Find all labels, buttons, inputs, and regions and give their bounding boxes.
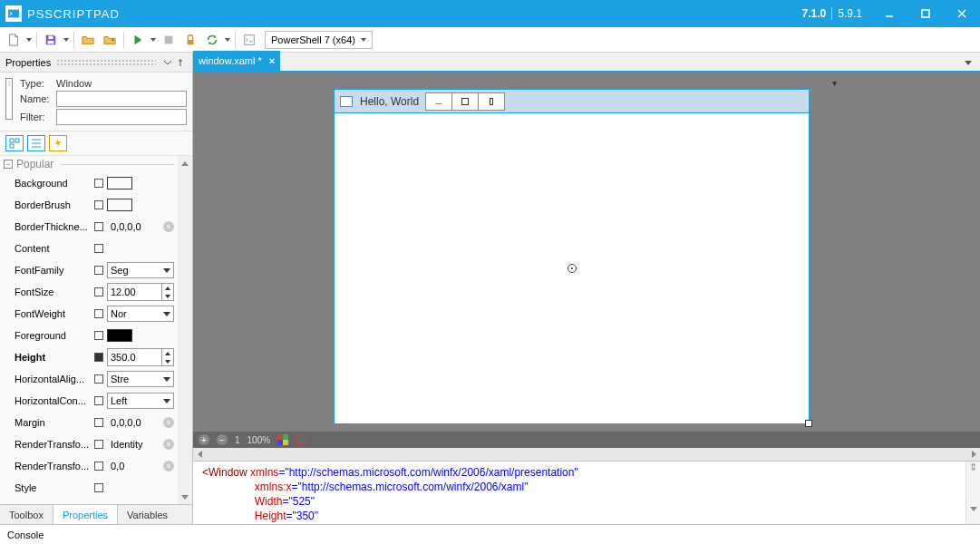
property-value[interactable] [107, 199, 174, 211]
property-name: FontSize [15, 287, 91, 297]
property-name: Foreground [15, 330, 91, 341]
save-dropdown[interactable] [63, 30, 70, 50]
hscroll-left[interactable] [193, 448, 206, 461]
tabs-overflow-button[interactable] [960, 54, 976, 71]
designer-hscrollbar[interactable] [193, 448, 980, 461]
scroll-up[interactable] [178, 156, 192, 170]
refresh-button[interactable] [202, 30, 222, 50]
design-close-button[interactable] [478, 92, 505, 111]
property-row: FontFamilySeg [0, 259, 178, 281]
run-button[interactable] [128, 30, 148, 50]
stop-button[interactable] [159, 30, 179, 50]
property-value[interactable]: Stre [107, 371, 174, 387]
pin-icon[interactable] [174, 56, 187, 69]
document-tab[interactable]: window.xaml * × [193, 51, 280, 71]
property-marker[interactable] [94, 396, 103, 405]
hscroll-right[interactable] [967, 448, 980, 461]
zoom-in-button[interactable]: + [199, 434, 209, 445]
reset-button[interactable]: × [163, 461, 174, 471]
svg-rect-12 [10, 144, 14, 148]
property-value[interactable]: 12.00 [107, 283, 174, 301]
svg-rect-7 [165, 35, 173, 44]
new-file-dropdown[interactable] [25, 30, 33, 50]
property-marker[interactable] [94, 374, 103, 384]
lock-icon[interactable] [180, 30, 200, 50]
close-tab-icon[interactable]: × [269, 55, 275, 66]
property-marker[interactable] [94, 200, 103, 209]
console-label: Console [7, 529, 44, 540]
export-button[interactable] [100, 30, 120, 50]
property-value[interactable]: 0,0 [107, 458, 158, 474]
zoom-out-button[interactable]: − [217, 434, 228, 445]
scroll-down[interactable] [178, 490, 192, 504]
save-button[interactable] [41, 30, 61, 50]
design-maximize-button[interactable] [451, 92, 479, 111]
properties-panel: Properties Type:Window Name: Filter: −Po… [0, 53, 193, 524]
property-name: Height [15, 352, 91, 363]
ruler-marker [832, 76, 837, 89]
property-row: Height350.0 [0, 346, 178, 368]
property-marker[interactable] [94, 287, 103, 296]
property-value[interactable]: 0,0,0,0 [107, 414, 158, 431]
panel-tab-properties[interactable]: Properties [53, 505, 118, 524]
code-scroll-down[interactable] [970, 511, 977, 524]
property-marker[interactable] [94, 461, 103, 471]
property-marker[interactable] [94, 483, 103, 492]
close-button[interactable] [944, 0, 980, 27]
design-minimize-button[interactable]: _ [425, 92, 452, 111]
property-row: FontSize12.00 [0, 281, 178, 303]
property-marker[interactable] [94, 353, 103, 362]
property-value[interactable]: Seg [107, 262, 174, 278]
property-marker[interactable] [94, 266, 103, 275]
property-row: Style [0, 477, 178, 499]
property-value[interactable]: Nor [107, 306, 174, 322]
reset-button[interactable]: × [163, 439, 174, 450]
categorized-view-button[interactable] [5, 135, 24, 151]
property-value[interactable] [107, 329, 174, 342]
code-editor[interactable]: <Window xmlns="http://schemas.microsoft.… [193, 461, 980, 524]
property-marker[interactable] [94, 222, 103, 231]
property-value[interactable]: Identity [107, 436, 158, 452]
panel-menu-dropdown[interactable] [161, 56, 174, 69]
property-grid[interactable]: −PopularBackgroundBorderBrushBorderThick… [0, 156, 178, 504]
property-scrollbar[interactable] [178, 156, 192, 504]
property-marker[interactable] [94, 179, 103, 188]
refresh-dropdown[interactable] [224, 30, 231, 50]
property-value[interactable]: Left [107, 393, 174, 409]
filter-input[interactable] [56, 109, 187, 125]
maximize-button[interactable] [907, 0, 944, 27]
run-dropdown[interactable] [150, 30, 157, 50]
property-marker[interactable] [94, 418, 103, 427]
property-marker[interactable] [94, 309, 103, 318]
grid-toggle-icon[interactable] [277, 434, 288, 445]
resize-handle[interactable] [805, 420, 812, 427]
name-input[interactable] [56, 91, 187, 107]
snap-toggle-icon[interactable] [296, 434, 306, 445]
open-folder-button[interactable] [78, 30, 98, 50]
minimize-button[interactable] [871, 0, 907, 27]
script-icon[interactable] [239, 30, 259, 50]
reset-button[interactable]: × [163, 221, 174, 232]
panel-tab-toolbox[interactable]: Toolbox [0, 505, 53, 524]
property-marker[interactable] [94, 331, 103, 340]
alphabetical-view-button[interactable] [27, 135, 45, 151]
property-row: Margin0,0,0,0× [0, 412, 178, 433]
console-tab[interactable]: Console [0, 524, 980, 544]
property-value[interactable]: 0,0,0,0 [107, 219, 158, 235]
designer-surface[interactable]: Hello, World _ [193, 73, 980, 432]
reset-button[interactable]: × [163, 417, 174, 428]
property-value[interactable] [107, 177, 174, 189]
panel-tab-variables[interactable]: Variables [118, 505, 177, 524]
collapse-code-button[interactable]: ⇕ [969, 461, 977, 473]
group-header[interactable]: −Popular [0, 156, 178, 172]
property-value[interactable]: 350.0 [107, 348, 174, 366]
center-handle-icon[interactable] [568, 264, 577, 273]
window-title: Hello, World [360, 95, 419, 108]
new-file-button[interactable] [4, 30, 24, 50]
property-marker[interactable] [94, 244, 103, 253]
events-button[interactable] [49, 135, 67, 151]
design-canvas[interactable]: Hello, World _ [334, 89, 810, 424]
property-marker[interactable] [94, 440, 103, 449]
powershell-selector[interactable]: PowerShell 7 (x64) [265, 31, 373, 49]
filter-label: Filter: [20, 112, 53, 122]
